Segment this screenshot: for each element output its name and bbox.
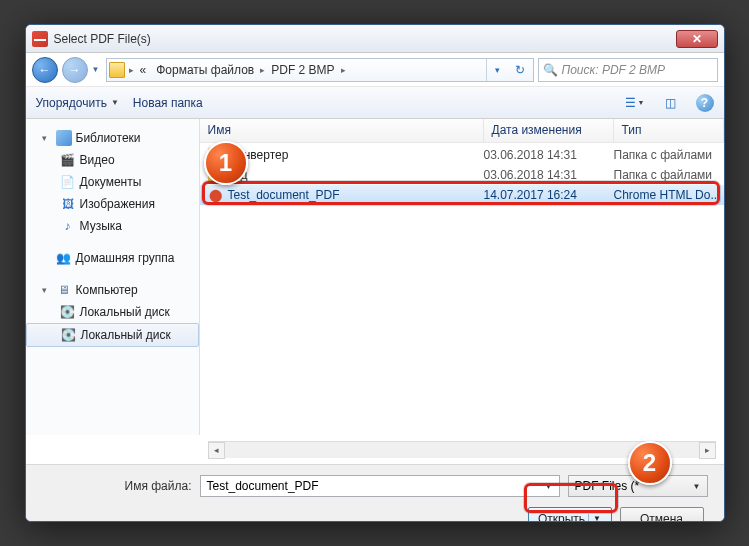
- search-icon: 🔍: [543, 63, 558, 77]
- chevron-down-icon: ▼: [545, 482, 553, 491]
- annotation-badge-1: 1: [204, 141, 248, 185]
- toolbar: Упорядочить ▼ Новая папка ☰▼ ◫ ?: [26, 87, 724, 119]
- tree-homegroup[interactable]: 👥Домашняя группа: [26, 247, 199, 269]
- body-area: ▾Библиотеки 🎬Видео 📄Документы 🖼Изображен…: [26, 119, 724, 435]
- help-button[interactable]: ?: [696, 94, 714, 112]
- file-row[interactable]: ард 03.06.2018 14:31 Папка с файлами: [200, 165, 724, 185]
- chevron-down-icon: ▾: [495, 65, 500, 75]
- close-icon: ✕: [692, 32, 702, 46]
- annotation-badge-2: 2: [628, 441, 672, 485]
- forward-button[interactable]: →: [62, 57, 88, 83]
- homegroup-icon: 👥: [56, 250, 72, 266]
- column-date[interactable]: Дата изменения: [484, 119, 614, 142]
- forward-arrow-icon: →: [69, 63, 81, 77]
- expand-icon: ▾: [42, 133, 52, 143]
- file-dialog-window: Select PDF File(s) ✕ ← → ▼ ▸ « Форматы ф…: [25, 24, 725, 522]
- column-name[interactable]: Имя: [200, 119, 484, 142]
- breadcrumb-item[interactable]: PDF 2 BMP: [267, 61, 338, 79]
- open-button[interactable]: Открыть ▼: [528, 507, 612, 522]
- back-button[interactable]: ←: [32, 57, 58, 83]
- images-icon: 🖼: [60, 196, 76, 212]
- window-title: Select PDF File(s): [54, 32, 676, 46]
- triangle-right-icon: ▸: [705, 445, 710, 455]
- chevron-down-icon: ▼: [638, 99, 645, 106]
- column-headers: Имя Дата изменения Тип: [200, 119, 724, 143]
- computer-icon: 🖥: [56, 282, 72, 298]
- file-icon: ⬤: [208, 187, 224, 203]
- tree-video[interactable]: 🎬Видео: [26, 149, 199, 171]
- column-type[interactable]: Тип: [614, 119, 724, 142]
- nav-bar: ← → ▼ ▸ « Форматы файлов ▸ PDF 2 BMP ▸ ▾…: [26, 53, 724, 87]
- preview-pane-button[interactable]: ◫: [660, 92, 682, 114]
- scroll-left-button[interactable]: ◂: [208, 442, 225, 459]
- file-row[interactable]: КОнвертер 03.06.2018 14:31 Папка с файла…: [200, 145, 724, 165]
- video-icon: 🎬: [60, 152, 76, 168]
- documents-icon: 📄: [60, 174, 76, 190]
- chevron-down-icon: ▼: [111, 98, 119, 107]
- tree-disk-selected[interactable]: 💽Локальный диск: [26, 323, 199, 347]
- music-icon: ♪: [60, 218, 76, 234]
- view-list-icon: ☰: [625, 96, 636, 110]
- tree-libraries[interactable]: ▾Библиотеки: [26, 127, 199, 149]
- folder-icon: [109, 62, 125, 78]
- tree-disk[interactable]: 💽Локальный диск: [26, 301, 199, 323]
- close-button[interactable]: ✕: [676, 30, 718, 48]
- app-icon: [32, 31, 48, 47]
- address-dropdown-button[interactable]: ▾: [487, 59, 509, 81]
- preview-pane-icon: ◫: [665, 96, 676, 110]
- search-placeholder: Поиск: PDF 2 BMP: [562, 63, 666, 77]
- breadcrumb-root[interactable]: «: [136, 61, 151, 79]
- back-arrow-icon: ←: [39, 63, 51, 77]
- refresh-button[interactable]: ↻: [509, 59, 531, 81]
- filename-value: Test_document_PDF: [207, 479, 319, 493]
- tree-images[interactable]: 🖼Изображения: [26, 193, 199, 215]
- tree-music[interactable]: ♪Музыка: [26, 215, 199, 237]
- titlebar: Select PDF File(s) ✕: [26, 25, 724, 53]
- expand-icon: ▾: [42, 285, 52, 295]
- libraries-icon: [56, 130, 72, 146]
- disk-icon: 💽: [61, 327, 77, 343]
- address-bar[interactable]: ▸ « Форматы файлов ▸ PDF 2 BMP ▸ ▾ ↻: [106, 58, 534, 82]
- chevron-right-icon: ▸: [341, 65, 346, 75]
- bottom-bar: Имя файла: Test_document_PDF ▼ PDF Files…: [26, 464, 724, 522]
- filename-label: Имя файла:: [42, 479, 192, 493]
- cancel-button[interactable]: Отмена: [620, 507, 704, 522]
- search-input[interactable]: 🔍 Поиск: PDF 2 BMP: [538, 58, 718, 82]
- view-options-button[interactable]: ☰▼: [624, 92, 646, 114]
- triangle-left-icon: ◂: [214, 445, 219, 455]
- tree-documents[interactable]: 📄Документы: [26, 171, 199, 193]
- filename-input[interactable]: Test_document_PDF ▼: [200, 475, 560, 497]
- refresh-icon: ↻: [515, 63, 525, 77]
- breadcrumb-item[interactable]: Форматы файлов: [152, 61, 258, 79]
- new-folder-button[interactable]: Новая папка: [133, 96, 203, 110]
- disk-icon: 💽: [60, 304, 76, 320]
- chevron-down-icon: ▼: [693, 482, 701, 491]
- file-row-selected[interactable]: ⬤Test_document_PDF 14.07.2017 16:24 Chro…: [200, 185, 724, 205]
- chevron-down-icon: ▼: [588, 514, 601, 522]
- scroll-right-button[interactable]: ▸: [699, 442, 716, 459]
- organize-button[interactable]: Упорядочить ▼: [36, 96, 119, 110]
- navigation-tree: ▾Библиотеки 🎬Видео 📄Документы 🖼Изображен…: [26, 119, 200, 435]
- history-dropdown[interactable]: ▼: [92, 57, 102, 83]
- file-list-pane: Имя Дата изменения Тип КОнвертер 03.06.2…: [200, 119, 724, 435]
- help-icon: ?: [701, 96, 708, 110]
- chevron-right-icon: ▸: [129, 65, 134, 75]
- filter-text: PDF Files (*: [575, 479, 640, 493]
- tree-computer[interactable]: ▾🖥Компьютер: [26, 279, 199, 301]
- chevron-right-icon: ▸: [260, 65, 265, 75]
